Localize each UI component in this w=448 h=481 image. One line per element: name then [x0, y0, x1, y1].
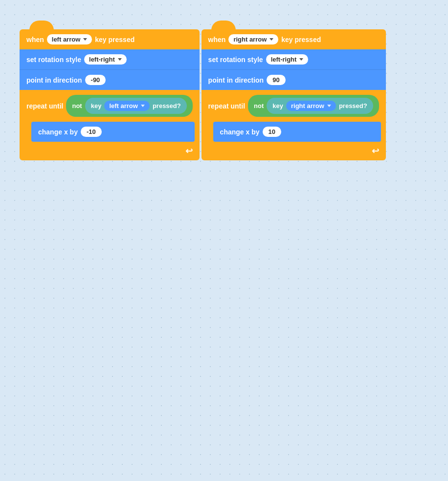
rotation-label-2: set rotation style — [208, 56, 263, 64]
direction-block-2[interactable]: point in direction 90 — [202, 69, 386, 90]
block-group-right: when right arrow key pressed set rotatio… — [202, 29, 386, 160]
repeat-header-2: repeat until not key right arrow pressed… — [202, 90, 386, 122]
change-x-value-1[interactable]: -10 — [81, 127, 102, 137]
rotation-block-1[interactable]: set rotation style left-right — [20, 49, 200, 69]
direction-block-1[interactable]: point in direction -90 — [20, 69, 200, 90]
direction-label-1: point in direction — [26, 76, 82, 84]
repeat-label-2: repeat until — [208, 102, 245, 110]
repeat-label-1: repeat until — [26, 102, 63, 110]
direction-value-2[interactable]: 90 — [267, 75, 285, 85]
repeat-header-1: repeat until not key left arrow pressed? — [20, 90, 200, 122]
key-condition-arrow-1 — [141, 105, 145, 107]
key-condition-value-1: left arrow — [109, 102, 138, 109]
dropdown-arrow-1 — [83, 38, 87, 41]
scratch-workspace: when left arrow key pressed set rotation… — [10, 10, 438, 195]
pressed-condition-label-1: pressed? — [153, 102, 181, 109]
rotation-block-2[interactable]: set rotation style left-right — [202, 49, 386, 69]
not-label-1: not — [72, 102, 82, 109]
key-condition-value-2: right arrow — [291, 102, 324, 109]
hat-block-left[interactable]: when left arrow key pressed — [20, 29, 200, 49]
key-text-2: key — [272, 102, 283, 109]
repeat-arrow-icon-2: ↩ — [372, 146, 379, 156]
key-dropdown-2[interactable]: right arrow — [228, 34, 278, 44]
pressed-label-2: key pressed — [281, 36, 321, 44]
not-block-2[interactable]: not key right arrow pressed? — [248, 95, 379, 117]
change-x-label-2: change x by — [220, 128, 260, 136]
block-group-left: when left arrow key pressed set rotation… — [20, 29, 200, 160]
key-condition-dropdown-1[interactable]: left arrow — [104, 101, 150, 111]
rotation-dropdown-arrow-1 — [118, 58, 122, 61]
repeat-block-2: repeat until not key right arrow pressed… — [202, 90, 386, 160]
key-dropdown-value-1: left arrow — [52, 36, 81, 43]
rotation-dropdown-2[interactable]: left-right — [266, 54, 309, 65]
key-dropdown-value-2: right arrow — [233, 36, 267, 43]
direction-value-1[interactable]: -90 — [85, 75, 106, 85]
key-text-1: key — [91, 102, 102, 109]
rotation-label-1: set rotation style — [26, 56, 81, 64]
key-pressed-condition-2[interactable]: key right arrow pressed? — [267, 98, 373, 114]
change-x-block-2[interactable]: change x by 10 — [213, 122, 381, 142]
repeat-inner-2: change x by 10 — [213, 122, 381, 142]
pressed-condition-label-2: pressed? — [339, 102, 367, 109]
pressed-label-1: key pressed — [95, 36, 134, 44]
change-x-value-2[interactable]: 10 — [263, 127, 281, 137]
repeat-arrow-icon-1: ↩ — [185, 146, 193, 156]
direction-label-2: point in direction — [208, 76, 264, 84]
repeat-inner-1: change x by -10 — [31, 122, 195, 142]
repeat-block-1: repeat until not key left arrow pressed? — [20, 90, 200, 160]
rotation-dropdown-1[interactable]: left-right — [84, 54, 127, 65]
key-condition-dropdown-2[interactable]: right arrow — [286, 101, 336, 111]
rotation-dropdown-arrow-2 — [299, 58, 303, 61]
not-block-1[interactable]: not key left arrow pressed? — [66, 95, 192, 117]
not-label-2: not — [254, 102, 264, 109]
when-label-1: when — [26, 36, 44, 44]
rotation-style-value-1: left-right — [89, 56, 115, 63]
key-dropdown-1[interactable]: left arrow — [47, 34, 92, 44]
when-label-2: when — [208, 36, 226, 44]
key-condition-arrow-2 — [327, 105, 331, 107]
dropdown-arrow-2 — [269, 38, 273, 41]
repeat-footer-2: ↩ — [202, 142, 386, 160]
repeat-footer-1: ↩ — [20, 142, 200, 160]
change-x-label-1: change x by — [38, 128, 78, 136]
change-x-block-1[interactable]: change x by -10 — [31, 122, 195, 142]
rotation-style-value-2: left-right — [271, 56, 297, 63]
key-pressed-condition-1[interactable]: key left arrow pressed? — [85, 98, 187, 114]
hat-block-right[interactable]: when right arrow key pressed — [202, 29, 386, 49]
